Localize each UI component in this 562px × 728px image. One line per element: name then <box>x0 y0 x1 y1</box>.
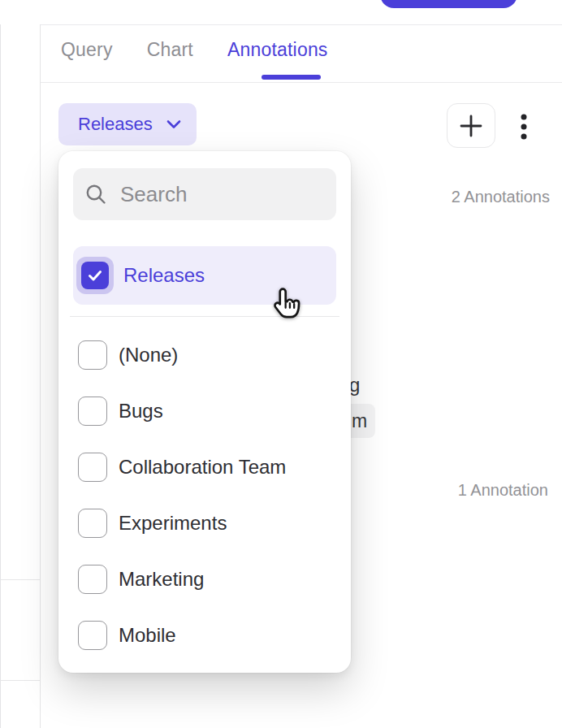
add-annotation-button[interactable] <box>447 103 495 148</box>
checkbox-unchecked[interactable] <box>78 396 107 426</box>
occluded-badge-text: m <box>352 410 367 432</box>
checkbox-unchecked[interactable] <box>78 565 107 594</box>
app-screen: Query Chart Annotations Releases 2 Annot… <box>0 0 562 728</box>
checkbox-checked[interactable] <box>81 262 109 289</box>
checkmark-icon <box>86 266 104 284</box>
tab-query[interactable]: Query <box>61 39 113 61</box>
dropdown-option-label: Bugs <box>119 400 163 422</box>
plus-icon <box>458 113 484 139</box>
dropdown-option-label: Collaboration Team <box>119 456 286 479</box>
annotation-count-label: 2 Annotations <box>452 188 550 206</box>
kebab-menu-icon <box>520 113 528 141</box>
releases-filter-dropdown: Releases (None) Bugs Collaboration Team … <box>58 151 351 673</box>
releases-filter-label: Releases <box>78 114 153 135</box>
dropdown-option-releases[interactable]: Releases <box>73 246 336 305</box>
checkbox-unchecked[interactable] <box>78 509 107 538</box>
checkbox-unchecked[interactable] <box>78 340 107 370</box>
dropdown-option[interactable]: Marketing <box>73 565 336 594</box>
active-tab-underline <box>262 75 321 80</box>
dropdown-option[interactable]: Collaboration Team <box>73 453 336 482</box>
checkbox-unchecked[interactable] <box>78 453 107 482</box>
dropdown-option[interactable]: Bugs <box>73 396 336 426</box>
tab-chart[interactable]: Chart <box>147 39 193 61</box>
chevron-down-icon <box>166 119 181 129</box>
left-panel-edge <box>0 24 41 728</box>
tab-annotations[interactable]: Annotations <box>227 39 328 61</box>
dropdown-option[interactable]: (None) <box>73 340 336 370</box>
dropdown-option-label: Marketing <box>119 568 204 591</box>
dropdown-divider <box>70 316 339 317</box>
dropdown-option[interactable]: Mobile <box>73 621 336 650</box>
dropdown-option-list: (None) Bugs Collaboration Team Experimen… <box>73 340 336 650</box>
checkbox-unchecked[interactable] <box>78 621 107 650</box>
dropdown-option-label: Experiments <box>119 512 227 535</box>
annotation-count-label: 1 Annotation <box>458 481 548 500</box>
left-panel-row-divider <box>0 579 40 580</box>
left-panel-row-divider <box>0 680 40 681</box>
dropdown-option-label: Releases <box>123 264 205 287</box>
checkbox-focus-ring <box>76 257 114 294</box>
search-input[interactable] <box>120 182 392 207</box>
dropdown-option[interactable]: Experiments <box>73 509 336 538</box>
releases-filter-button[interactable]: Releases <box>58 103 197 145</box>
occluded-text-fragment: g <box>349 374 360 396</box>
more-options-button[interactable] <box>512 107 536 146</box>
dropdown-search[interactable] <box>73 168 336 220</box>
dropdown-option-label: (None) <box>119 344 178 366</box>
primary-button-partial[interactable] <box>380 0 517 8</box>
tab-bar: Query Chart Annotations <box>41 25 562 83</box>
dropdown-option-label: Mobile <box>119 624 176 647</box>
search-icon <box>84 183 107 206</box>
